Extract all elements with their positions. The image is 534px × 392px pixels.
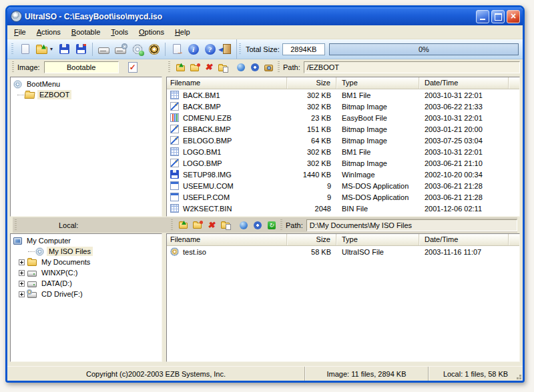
local-network-button[interactable]: [236, 219, 250, 232]
tree-item-winxp-c[interactable]: WINXP(C:): [11, 267, 162, 278]
column-header-filename[interactable]: Filename: [167, 77, 287, 89]
maximize-button[interactable]: [491, 10, 505, 23]
file-row[interactable]: BACK.BM1 302 KB BM1 File 2003-10-31 22:0…: [167, 89, 519, 101]
column-header-empty: [509, 77, 519, 89]
bootable-check-icon[interactable]: [128, 62, 138, 73]
bar-grip[interactable]: [12, 61, 14, 73]
file-row[interactable]: LOGO.BMP 302 KB Bitmap Image 2003-06-21 …: [167, 157, 519, 169]
file-size: 58 KB: [287, 248, 336, 256]
bar-grip[interactable]: [168, 61, 170, 73]
expand-plus-icon[interactable]: [19, 291, 25, 297]
bar-grip[interactable]: [280, 219, 282, 231]
mount-button[interactable]: [129, 41, 146, 57]
bar-grip[interactable]: [15, 219, 17, 231]
title-bar[interactable]: UltraISO - C:\EasyBoot\iso\mycd.iso: [7, 7, 523, 25]
image-tree-panel: BootMenu EZBOOT: [10, 77, 162, 217]
menu-actions[interactable]: Actions: [31, 25, 66, 39]
bar-grip[interactable]: [171, 219, 173, 231]
file-type: BM1 File: [336, 148, 419, 156]
image-rename-button[interactable]: [216, 61, 230, 74]
bar-grip[interactable]: [278, 61, 280, 73]
column-header-type[interactable]: Type: [336, 77, 419, 89]
local-rename-button[interactable]: [218, 219, 232, 232]
local-refresh-button[interactable]: [264, 219, 278, 232]
image-info-button[interactable]: [185, 41, 202, 57]
local-new-folder-button[interactable]: [190, 219, 204, 232]
expand-plus-icon[interactable]: [19, 259, 25, 265]
image-delete-button[interactable]: [202, 61, 216, 74]
expand-plus-icon[interactable]: [19, 270, 25, 276]
local-settings-button[interactable]: [250, 219, 264, 232]
tree-item-my-iso-files[interactable]: My ISO Files: [11, 246, 162, 257]
expand-plus-icon[interactable]: [19, 281, 25, 287]
local-extract-button[interactable]: [176, 219, 190, 232]
tree-item-cd-drive-f[interactable]: CD Drive(F:): [11, 289, 162, 299]
image-path-field[interactable]: /EZBOOT: [304, 61, 520, 73]
save-as-button[interactable]: [73, 41, 89, 57]
file-row[interactable]: USEFLP.COM 9 MS-DOS Application 2003-06-…: [167, 191, 519, 203]
tree-connector: [28, 251, 35, 252]
image-settings-button[interactable]: [248, 61, 262, 74]
tree-item-my-documents[interactable]: My Documents: [11, 257, 162, 267]
tree-item-bootmenu[interactable]: BootMenu: [11, 79, 162, 89]
image-preview-button[interactable]: [262, 61, 276, 74]
image-view-button[interactable]: [234, 61, 248, 74]
help-icon: [205, 44, 216, 55]
open-button[interactable]: [33, 41, 50, 57]
total-size-value[interactable]: 2894KB: [282, 43, 325, 55]
new-image-button[interactable]: [17, 41, 33, 57]
file-row[interactable]: BACK.BMP 302 KB Bitmap Image 2003-06-22 …: [167, 101, 519, 112]
status-copyright: Copyright (c)2002-2003 EZB Systems, Inc.: [7, 367, 304, 381]
column-header-filename[interactable]: Filename: [167, 234, 287, 245]
bootable-select[interactable]: Bootable: [44, 61, 119, 73]
file-row[interactable]: USEEMU.COM 9 MS-DOS Application 2003-06-…: [167, 180, 519, 191]
make-cd-image-button[interactable]: [95, 41, 112, 57]
delete-icon: [204, 63, 214, 72]
burn-button[interactable]: [146, 41, 162, 57]
file-name: USEEMU.COM: [182, 182, 235, 190]
tree-item-data-d[interactable]: DATA(D:): [11, 278, 162, 289]
column-header-datetime[interactable]: Date/Time: [419, 77, 509, 89]
local-delete-button[interactable]: [204, 219, 218, 232]
file-row[interactable]: W2KSECT.BIN 2048 BIN File 2001-12-06 02:…: [167, 203, 519, 214]
file-row[interactable]: EBLOGO.BMP 64 KB Bitmap Image 2003-07-25…: [167, 135, 519, 146]
toolbar-grip[interactable]: [239, 43, 241, 55]
file-size: 302 KB: [287, 91, 336, 99]
menu-options[interactable]: Options: [134, 25, 170, 39]
local-panes: My Computer My ISO Files My Documents WI…: [10, 233, 520, 362]
column-header-type[interactable]: Type: [336, 234, 419, 245]
tree-item-ezboot[interactable]: EZBOOT: [11, 89, 162, 100]
menu-help[interactable]: Help: [170, 25, 196, 39]
file-row[interactable]: SETUP98.IMG 1440 KB WinImage 2002-10-20 …: [167, 169, 519, 180]
file-name: SETUP98.IMG: [182, 171, 233, 179]
close-button[interactable]: [507, 10, 520, 23]
column-header-datetime[interactable]: Date/Time: [419, 234, 509, 245]
column-header-size[interactable]: Size: [287, 77, 336, 89]
file-type: Bitmap Image: [336, 159, 419, 167]
file-row[interactable]: CDMENU.EZB 23 KB EasyBoot File 2003-10-3…: [167, 112, 519, 123]
open-dropdown-icon[interactable]: ▾: [50, 41, 56, 57]
local-path-field[interactable]: D:\My Documents\My ISO Files: [306, 219, 517, 231]
help-button[interactable]: [202, 41, 218, 57]
file-date: 2003-01-21 20:00: [419, 125, 509, 133]
menu-file[interactable]: File: [9, 25, 31, 39]
file-size: 302 KB: [287, 148, 336, 156]
local-label: Local:: [20, 221, 78, 229]
file-row[interactable]: EBBACK.BMP 151 KB Bitmap Image 2003-01-2…: [167, 123, 519, 135]
resize-grip[interactable]: [519, 377, 521, 379]
compress-button[interactable]: [168, 41, 185, 57]
tree-item-my-computer[interactable]: My Computer: [11, 235, 162, 246]
image-extract-button[interactable]: [174, 61, 188, 74]
convert-button[interactable]: [112, 41, 129, 57]
minimize-button[interactable]: [476, 10, 489, 23]
exit-button[interactable]: [218, 41, 235, 57]
file-row[interactable]: LOGO.BM1 302 KB BM1 File 2003-10-31 22:0…: [167, 146, 519, 157]
toolbar-grip[interactable]: [11, 43, 13, 55]
tree-item-label: My ISO Files: [47, 247, 93, 256]
column-header-size[interactable]: Size: [287, 234, 336, 245]
image-new-folder-button[interactable]: [188, 61, 202, 74]
menu-tools[interactable]: Tools: [105, 25, 134, 39]
file-row[interactable]: test.iso 58 KB UltraISO File 2003-11-16 …: [167, 246, 519, 257]
menu-bootable[interactable]: Bootable: [66, 25, 105, 39]
save-button[interactable]: [56, 41, 73, 57]
